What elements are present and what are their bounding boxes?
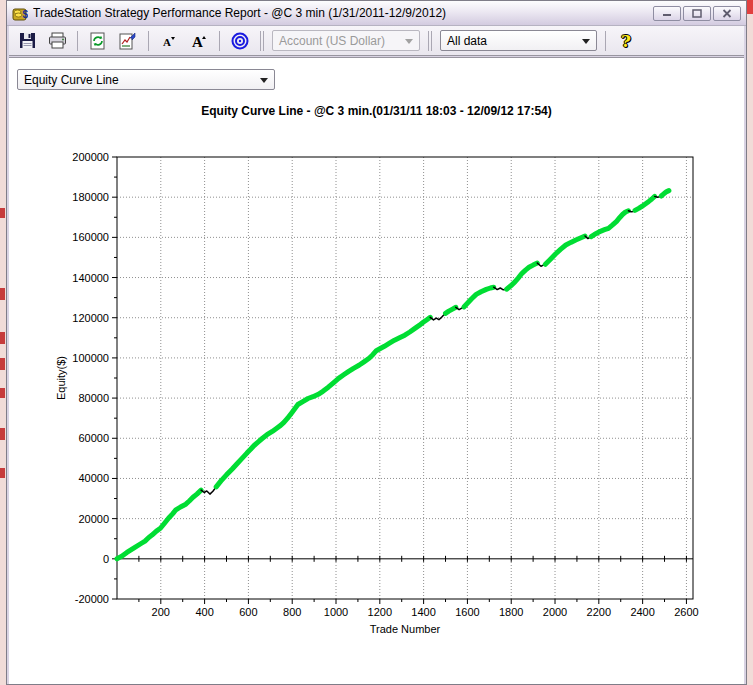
maximize-button[interactable] bbox=[683, 6, 711, 21]
x-tick-label: 1600 bbox=[455, 606, 479, 618]
y-tick-label: 80000 bbox=[78, 392, 109, 404]
equity-curve-segment bbox=[591, 211, 628, 237]
help-icon: ? bbox=[621, 31, 631, 51]
y-tick-label: 200000 bbox=[72, 151, 109, 163]
refresh-report-icon bbox=[90, 32, 106, 50]
x-tick-label: 800 bbox=[283, 606, 301, 618]
y-axis-label: Equity($) bbox=[55, 356, 67, 400]
chevron-down-icon bbox=[260, 78, 268, 83]
svg-text:$: $ bbox=[23, 9, 29, 20]
increase-font-button[interactable]: A bbox=[187, 29, 211, 53]
equity-curve-chart: -200000200004000060000800001000001200001… bbox=[9, 130, 744, 682]
equity-curve-segment bbox=[464, 287, 494, 307]
equity-curve-segment bbox=[545, 236, 585, 264]
y-tick-label: 120000 bbox=[72, 312, 109, 324]
y-tick-label: 0 bbox=[103, 553, 109, 565]
toolbar-separator bbox=[605, 31, 606, 51]
performance-report-window: $ TradeStation Strategy Performance Repo… bbox=[6, 0, 747, 685]
view-selector-combobox[interactable]: Equity Curve Line bbox=[17, 69, 275, 90]
background-app-fragment bbox=[0, 428, 5, 440]
drill-down-target-icon bbox=[231, 32, 249, 50]
view-selector-value: Equity Curve Line bbox=[24, 73, 119, 87]
minimize-icon bbox=[662, 9, 672, 17]
x-tick-label: 200 bbox=[152, 606, 170, 618]
background-app-fragment bbox=[0, 208, 5, 218]
decrease-font-icon: A bbox=[161, 33, 177, 49]
window-title: TradeStation Strategy Performance Report… bbox=[33, 6, 647, 20]
x-tick-label: 2000 bbox=[543, 606, 567, 618]
x-tick-label: 1200 bbox=[368, 606, 392, 618]
y-tick-label: 60000 bbox=[78, 432, 109, 444]
increase-font-icon: A bbox=[190, 32, 208, 50]
minimize-button[interactable] bbox=[653, 6, 681, 21]
data-range-combobox-value: All data bbox=[447, 34, 487, 48]
y-tick-label: 40000 bbox=[78, 472, 109, 484]
window-controls bbox=[653, 6, 741, 21]
save-icon bbox=[19, 32, 36, 49]
background-app-fragment bbox=[0, 288, 5, 300]
toolbar-separator bbox=[148, 31, 149, 51]
drill-down-target-button[interactable] bbox=[228, 29, 252, 53]
equity-curve-segment bbox=[635, 196, 655, 210]
x-tick-label: 1400 bbox=[411, 606, 435, 618]
x-axis-label: Trade Number bbox=[370, 623, 441, 635]
x-tick-label: 2200 bbox=[587, 606, 611, 618]
chevron-down-icon bbox=[582, 39, 590, 44]
x-tick-label: 1800 bbox=[499, 606, 523, 618]
equity-curve-segment bbox=[446, 307, 456, 313]
refresh-report-button[interactable] bbox=[86, 29, 110, 53]
help-button[interactable]: ? bbox=[614, 29, 638, 53]
background-app-fragment bbox=[0, 358, 5, 370]
background-app-fragment bbox=[0, 332, 5, 344]
background-close-button-fragment bbox=[746, 0, 753, 14]
x-tick-label: 600 bbox=[239, 606, 257, 618]
print-button[interactable] bbox=[45, 29, 69, 53]
background-app-fragment bbox=[0, 388, 5, 398]
svg-text:A: A bbox=[163, 36, 171, 48]
close-button[interactable] bbox=[713, 6, 741, 21]
y-tick-label: -20000 bbox=[75, 593, 109, 605]
maximize-icon bbox=[692, 9, 702, 18]
equity-curve-segment bbox=[216, 317, 430, 487]
y-tick-label: 160000 bbox=[72, 231, 109, 243]
data-range-combobox[interactable]: All data bbox=[440, 30, 597, 51]
decrease-font-button[interactable]: A bbox=[157, 29, 181, 53]
print-icon bbox=[48, 32, 67, 49]
y-tick-label: 20000 bbox=[78, 513, 109, 525]
toolbar-separator bbox=[260, 31, 261, 51]
equity-curve-segment bbox=[117, 490, 201, 559]
chevron-down-icon bbox=[405, 39, 413, 44]
x-tick-label: 400 bbox=[195, 606, 213, 618]
y-tick-label: 140000 bbox=[72, 272, 109, 284]
background-app-fragment bbox=[0, 468, 5, 478]
svg-text:A: A bbox=[192, 34, 203, 50]
equity-curve-segment bbox=[661, 191, 669, 196]
report-settings-button[interactable] bbox=[116, 29, 140, 53]
x-tick-label: 1000 bbox=[324, 606, 348, 618]
plot-border bbox=[117, 157, 693, 599]
close-icon bbox=[722, 9, 732, 18]
x-tick-label: 2400 bbox=[630, 606, 654, 618]
y-tick-label: 100000 bbox=[72, 352, 109, 364]
account-combobox-value: Account (US Dollar) bbox=[279, 34, 385, 48]
toolbar-separator bbox=[428, 31, 429, 51]
account-combobox: Account (US Dollar) bbox=[272, 30, 420, 51]
report-content: Equity Curve Line Equity Curve Line - @C… bbox=[9, 57, 744, 684]
tradestation-logo-icon: $ bbox=[12, 6, 28, 21]
toolbar-separator bbox=[219, 31, 220, 51]
chart-title: Equity Curve Line - @C 3 min.(01/31/11 1… bbox=[9, 104, 744, 118]
toolbar: A A Account (US Dollar) All data bbox=[9, 26, 744, 56]
save-button[interactable] bbox=[15, 29, 39, 53]
titlebar: $ TradeStation Strategy Performance Repo… bbox=[7, 1, 746, 26]
report-settings-icon bbox=[119, 32, 137, 50]
y-tick-label: 180000 bbox=[72, 191, 109, 203]
equity-curve-segment bbox=[507, 263, 538, 289]
x-tick-label: 2600 bbox=[674, 606, 698, 618]
toolbar-separator bbox=[77, 31, 78, 51]
